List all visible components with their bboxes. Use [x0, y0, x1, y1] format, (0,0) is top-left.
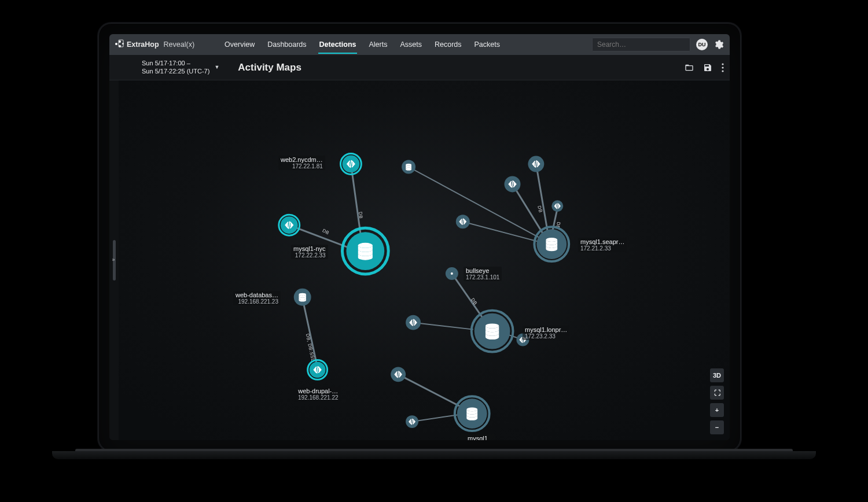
label-mysql-nyc[interactable]: mysql1-nyc 172.22.2.33: [291, 245, 328, 259]
svg-line-9: [409, 167, 547, 242]
graph-svg[interactable]: DB DB DB, DB:SSL DB DB DB: [119, 80, 730, 440]
node-mysql1[interactable]: [455, 396, 490, 431]
node-teal-sat[interactable]: [279, 215, 300, 235]
brand-name: ExtraHop: [127, 40, 159, 49]
edge-label: DB: [358, 212, 363, 219]
view-3d-button[interactable]: 3D: [710, 368, 724, 382]
nav-detections[interactable]: Detections: [318, 35, 358, 54]
primary-nav: Overview Dashboards Detections Alerts As…: [223, 35, 501, 54]
laptop-frame: ExtraHop Reveal(x) Overview Dashboards D…: [98, 23, 741, 451]
svg-point-29: [451, 272, 453, 275]
label-mysql-lon[interactable]: mysql1.lonpr… 172.23.2.33: [523, 326, 569, 340]
node-code-sat[interactable]: [528, 156, 544, 172]
search-input[interactable]: [592, 38, 690, 51]
nav-dashboards[interactable]: Dashboards: [266, 35, 307, 54]
page-title: Activity Maps: [238, 62, 301, 73]
node-code-sat[interactable]: [402, 160, 415, 174]
edge-label: DB, DB:SSL: [305, 333, 316, 362]
time-line2: Sun 5/17·22:25 (UTC-7): [142, 68, 209, 76]
label-web-database[interactable]: web-databas… 192.168.221.23: [233, 291, 281, 305]
svg-line-15: [413, 323, 473, 330]
node-mysql-sea[interactable]: [534, 227, 569, 261]
svg-point-4: [722, 70, 723, 72]
brand-sub: Reveal(x): [164, 40, 195, 49]
svg-line-17: [398, 374, 465, 409]
time-range-selector[interactable]: Sun 5/17·17:00 – Sun 5/17·22:25 (UTC-7) …: [142, 60, 219, 76]
save-icon[interactable]: [703, 63, 712, 72]
nav-overview[interactable]: Overview: [223, 35, 256, 54]
screen: ExtraHop Reveal(x) Overview Dashboards D…: [109, 34, 730, 440]
node-code-sat[interactable]: [456, 215, 470, 228]
brand[interactable]: ExtraHop Reveal(x): [115, 40, 194, 49]
top-nav: ExtraHop Reveal(x) Overview Dashboards D…: [109, 34, 730, 55]
node-web-database[interactable]: [294, 289, 311, 306]
activity-map-canvas[interactable]: DB DB DB, DB:SSL DB DB DB: [119, 80, 730, 440]
label-mysql-sea[interactable]: mysql1.seapr… 172.21.2.33: [578, 238, 627, 252]
node-web2[interactable]: [340, 154, 361, 175]
more-icon[interactable]: [722, 63, 724, 72]
rail-expand-handle[interactable]: »: [113, 240, 116, 280]
edge-label: DB: [322, 228, 330, 236]
svg-point-1: [120, 45, 121, 46]
nav-records[interactable]: Records: [433, 35, 463, 54]
gear-icon[interactable]: [713, 39, 724, 50]
edge-label: DB: [470, 297, 478, 306]
label-bullseye[interactable]: bullseye 172.23.1.101: [464, 267, 502, 281]
sub-bar: Sun 5/17·17:00 – Sun 5/17·22:25 (UTC-7) …: [109, 55, 730, 80]
laptop-base: [52, 451, 816, 459]
global-search[interactable]: [592, 38, 690, 51]
svg-line-10: [463, 222, 544, 243]
left-rail: »: [109, 80, 119, 440]
label-mysql1[interactable]: mysql1 172.24.2.33: [460, 434, 495, 440]
node-bullseye[interactable]: [446, 267, 458, 280]
zoom-out-button[interactable]: −: [710, 420, 724, 434]
nav-assets[interactable]: Assets: [399, 35, 423, 54]
node-mysql-lon[interactable]: [472, 311, 513, 352]
user-chip[interactable]: DU: [696, 39, 708, 50]
chevron-down-icon: ▼: [214, 64, 219, 71]
edge-label: DB: [536, 205, 543, 213]
zoom-in-button[interactable]: +: [710, 403, 724, 417]
svg-point-2: [722, 63, 723, 65]
nav-alerts[interactable]: Alerts: [367, 35, 388, 54]
node-code-sat[interactable]: [551, 200, 563, 212]
svg-point-3: [722, 67, 723, 68]
label-drupal[interactable]: web-drupal-… 192.168.221.22: [296, 387, 341, 401]
open-icon[interactable]: [685, 63, 694, 72]
node-code-sat[interactable]: [406, 315, 421, 330]
svg-line-18: [412, 415, 458, 422]
node-drupal[interactable]: [308, 360, 328, 379]
nav-packets[interactable]: Packets: [473, 35, 501, 54]
fullscreen-button[interactable]: ⛶: [710, 386, 724, 400]
time-line1: Sun 5/17·17:00 –: [142, 60, 209, 68]
node-code-sat[interactable]: [391, 367, 406, 382]
canvas-controls: 3D ⛶ + −: [710, 368, 724, 434]
node-mysql-nyc[interactable]: [342, 228, 388, 274]
node-code-sat[interactable]: [505, 176, 521, 192]
device-icon[interactable]: [116, 38, 126, 49]
page-tools: [685, 63, 724, 72]
label-web2[interactable]: web2.nycdm… 172.22.1.81: [278, 156, 325, 170]
node-code-sat[interactable]: [406, 415, 418, 428]
